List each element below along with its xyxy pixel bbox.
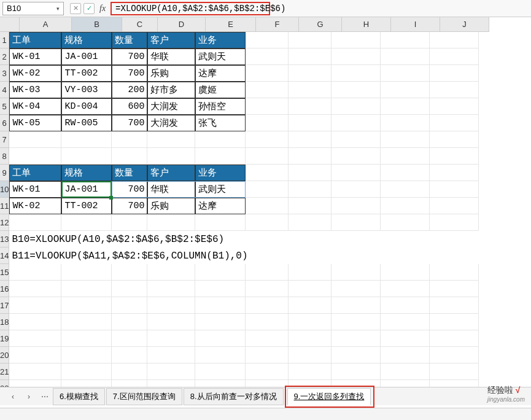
tab-next-icon[interactable]: ›: [21, 390, 37, 403]
cell[interactable]: 700: [112, 49, 147, 65]
cell[interactable]: [289, 330, 331, 347]
cell[interactable]: [381, 32, 430, 49]
cell[interactable]: RW-005: [61, 115, 112, 131]
cell[interactable]: [246, 314, 289, 330]
row-header[interactable]: 14: [0, 247, 9, 264]
cell[interactable]: [147, 364, 195, 380]
cell[interactable]: 武则天: [195, 181, 246, 198]
cell[interactable]: [289, 347, 331, 364]
cell[interactable]: [289, 82, 331, 98]
accept-icon[interactable]: ✓: [83, 3, 95, 14]
cell[interactable]: WK-02: [9, 198, 61, 214]
cell[interactable]: [381, 314, 430, 330]
cell[interactable]: [289, 281, 331, 297]
col-header-D[interactable]: D: [158, 17, 206, 32]
cell[interactable]: [9, 330, 61, 347]
cell[interactable]: [246, 347, 289, 364]
cell[interactable]: 好市多: [147, 82, 195, 98]
cell[interactable]: [289, 264, 331, 281]
row-header[interactable]: 21: [0, 364, 9, 380]
row-header[interactable]: 15: [0, 264, 9, 281]
sheet-tab[interactable]: 6.模糊查找: [53, 388, 105, 405]
cell[interactable]: [147, 297, 195, 314]
cell[interactable]: [195, 347, 246, 364]
cell[interactable]: KD-004: [61, 98, 112, 115]
cell[interactable]: [289, 165, 331, 181]
cell[interactable]: [112, 347, 147, 364]
cell[interactable]: [246, 281, 289, 297]
cell[interactable]: [112, 297, 147, 314]
cell[interactable]: [331, 165, 381, 181]
cell[interactable]: [331, 347, 381, 364]
row-header[interactable]: 20: [0, 347, 9, 364]
cell[interactable]: [381, 330, 430, 347]
cell[interactable]: [246, 297, 289, 314]
row-header[interactable]: 6: [0, 115, 9, 131]
cell[interactable]: 虞姬: [195, 82, 246, 98]
cell[interactable]: [381, 281, 430, 297]
cell[interactable]: [147, 314, 195, 330]
col-header-G[interactable]: G: [299, 17, 342, 32]
sheet-tab[interactable]: 8.从后向前查一对多情况: [184, 388, 284, 405]
cell[interactable]: [9, 264, 61, 281]
cell[interactable]: [61, 148, 112, 165]
row-header[interactable]: 4: [0, 82, 9, 98]
cell[interactable]: [331, 49, 381, 65]
cell[interactable]: [195, 281, 246, 297]
tab-more-icon[interactable]: ⋯: [37, 390, 53, 403]
cell[interactable]: [61, 330, 112, 347]
cell[interactable]: [246, 165, 289, 181]
row-header[interactable]: 3: [0, 65, 9, 82]
cell[interactable]: [430, 148, 479, 165]
cell[interactable]: [289, 214, 331, 231]
name-box-dropdown-icon[interactable]: ▾: [56, 6, 60, 12]
grid-area[interactable]: 工单 规格 数量 客户 业务 WK-01 JA-001 700 华联 武则天: [9, 32, 531, 406]
cell[interactable]: [112, 281, 147, 297]
cell[interactable]: [246, 131, 289, 148]
cell[interactable]: [147, 281, 195, 297]
cell[interactable]: [289, 49, 331, 65]
cell[interactable]: [147, 264, 195, 281]
col-header-F[interactable]: F: [256, 17, 299, 32]
row-header[interactable]: 12: [0, 214, 9, 231]
cell[interactable]: 200: [112, 82, 147, 98]
cell[interactable]: [246, 82, 289, 98]
cell[interactable]: VY-003: [61, 82, 112, 98]
cell[interactable]: [9, 347, 61, 364]
cell[interactable]: [381, 148, 430, 165]
cell[interactable]: 业务: [195, 165, 246, 181]
cell[interactable]: [246, 214, 289, 231]
cell[interactable]: [289, 131, 331, 148]
cell[interactable]: [430, 281, 479, 297]
cell[interactable]: [381, 98, 430, 115]
cell[interactable]: TT-002: [61, 198, 112, 214]
col-header-B[interactable]: B: [72, 17, 122, 32]
cell[interactable]: [430, 198, 479, 214]
cell[interactable]: [246, 98, 289, 115]
name-box[interactable]: B10 ▾: [2, 2, 64, 15]
cell[interactable]: [289, 148, 331, 165]
cell[interactable]: [430, 131, 479, 148]
cell[interactable]: [381, 82, 430, 98]
cell[interactable]: [61, 214, 112, 231]
cell[interactable]: 达摩: [195, 198, 246, 214]
row-header[interactable]: 11: [0, 198, 9, 214]
cell[interactable]: [61, 364, 112, 380]
cell[interactable]: 业务: [195, 32, 246, 49]
cell[interactable]: [331, 148, 381, 165]
cell[interactable]: [430, 32, 479, 49]
cell[interactable]: [381, 131, 430, 148]
cell[interactable]: [246, 330, 289, 347]
cell[interactable]: 规格: [61, 32, 112, 49]
cell[interactable]: [246, 181, 289, 198]
cell[interactable]: [430, 330, 479, 347]
cell[interactable]: WK-02: [9, 65, 61, 82]
cell[interactable]: [381, 165, 430, 181]
cell[interactable]: [430, 347, 479, 364]
cell[interactable]: [9, 364, 61, 380]
cell[interactable]: [195, 297, 246, 314]
cell[interactable]: [9, 214, 61, 231]
tab-prev-icon[interactable]: ‹: [5, 390, 21, 403]
cell[interactable]: 华联: [147, 49, 195, 65]
cell[interactable]: 孙悟空: [195, 98, 246, 115]
